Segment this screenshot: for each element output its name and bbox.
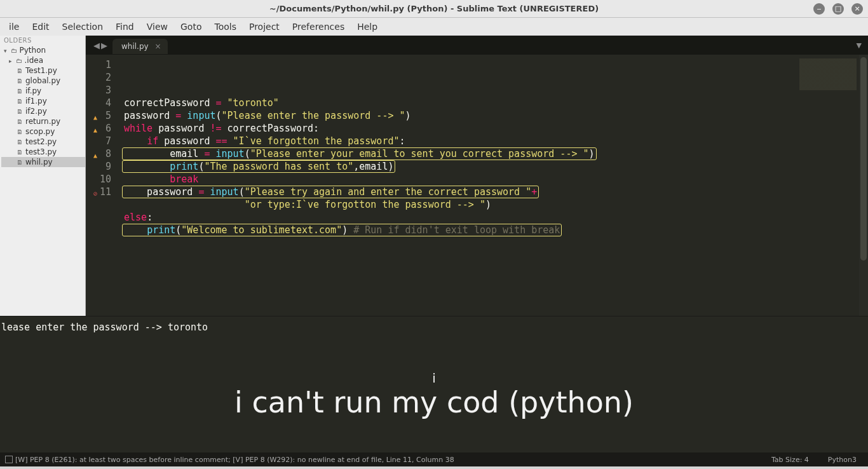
gutter-line: 3 bbox=[86, 84, 118, 97]
tree-item-label: if1.py bbox=[25, 97, 47, 105]
sidebar-file[interactable]: 🗎 scop.py bbox=[1, 126, 85, 137]
code-line[interactable]: print("Welcome to sublimetext.com") # Ru… bbox=[124, 224, 868, 236]
file-icon: 🗎 bbox=[17, 67, 23, 74]
status-bar: [W] PEP 8 (E261): at least two spaces be… bbox=[0, 452, 868, 466]
sidebar-header: OLDERS bbox=[0, 36, 85, 45]
tree-item-label: scop.py bbox=[25, 127, 55, 136]
code-line[interactable]: correctPassword = "toronto" bbox=[124, 97, 868, 109]
code-line[interactable]: break bbox=[124, 173, 868, 186]
tree-item-label: whil.py bbox=[25, 158, 53, 167]
status-left: [W] PEP 8 (E261): at least two spaces be… bbox=[5, 456, 771, 464]
status-syntax[interactable]: Python3 bbox=[828, 456, 857, 464]
code-line[interactable]: else: bbox=[124, 211, 868, 224]
overlay-text-small: i bbox=[0, 370, 868, 386]
code-line[interactable]: password = input("Please enter the passw… bbox=[124, 109, 868, 122]
gutter-line: ▲5 bbox=[86, 109, 118, 122]
lint-warning-icon: ▲ bbox=[88, 124, 97, 133]
sidebar-file[interactable]: 🗎 return.py bbox=[1, 116, 85, 126]
build-output-panel[interactable]: lease enter the password --> toronto i i… bbox=[0, 316, 868, 452]
sidebar-file[interactable]: 🗎 if1.py bbox=[1, 96, 85, 106]
close-button[interactable]: × bbox=[851, 3, 863, 15]
vertical-scrollbar[interactable] bbox=[859, 55, 868, 316]
menu-project[interactable]: Project bbox=[243, 22, 286, 32]
sidebar: OLDERS 🗀 Python🗀 .idea🗎 Test1.py🗎 global… bbox=[0, 36, 86, 316]
menu-find[interactable]: Find bbox=[109, 22, 140, 32]
overlay-text-main: i can't run my cod (python) bbox=[0, 385, 868, 419]
code-line[interactable]: while password != correctPassword: bbox=[124, 122, 868, 135]
code-editor[interactable]: correctPassword = "toronto"password = in… bbox=[118, 55, 868, 316]
console-output: lease enter the password --> toronto bbox=[0, 322, 868, 333]
editor-area: ◀ ▶ whil.py × ▼ 1234▲5▲67▲8910⊘11 correc… bbox=[86, 36, 868, 316]
code-line[interactable]: "or type:I`ve forgotton the password -->… bbox=[124, 198, 868, 211]
sidebar-file[interactable]: 🗎 test3.py bbox=[1, 147, 85, 157]
code-line[interactable]: password = input("Please try again and e… bbox=[124, 186, 868, 198]
tab-bar: ◀ ▶ whil.py × ▼ bbox=[86, 36, 868, 55]
menu-help[interactable]: Help bbox=[351, 22, 384, 32]
sidebar-file[interactable]: 🗎 whil.py bbox=[1, 157, 85, 167]
status-right: Tab Size: 4 Python3 bbox=[771, 456, 863, 464]
minimize-button[interactable]: ‒ bbox=[813, 3, 825, 15]
folder-open-icon bbox=[4, 46, 8, 55]
main-area: OLDERS 🗀 Python🗀 .idea🗎 Test1.py🗎 global… bbox=[0, 36, 868, 316]
menu-file[interactable]: ile bbox=[3, 22, 25, 32]
gutter-line: 10 bbox=[86, 173, 118, 186]
tab-label: whil.py bbox=[121, 42, 149, 51]
gutter-line: 1 bbox=[86, 58, 118, 71]
lint-warning-icon: ▲ bbox=[88, 111, 97, 120]
menu-bar: ile Edit Selection Find View Goto Tools … bbox=[0, 18, 868, 36]
menu-view[interactable]: View bbox=[140, 22, 174, 32]
tab-forward-icon[interactable]: ▶ bbox=[101, 41, 107, 50]
sidebar-file[interactable]: 🗎 if2.py bbox=[1, 106, 85, 116]
file-icon: 🗎 bbox=[17, 159, 23, 166]
file-icon: 🗎 bbox=[17, 98, 23, 105]
tabbar-menu-icon[interactable]: ▼ bbox=[857, 41, 862, 50]
code-line[interactable]: if password == "I`ve forgotton the passw… bbox=[124, 135, 868, 147]
code-line[interactable]: print("The password has sent to",email) bbox=[124, 160, 868, 173]
lint-warning-icon: ▲ bbox=[88, 149, 97, 158]
tab-active[interactable]: whil.py × bbox=[112, 39, 168, 54]
status-panel-icon[interactable] bbox=[5, 456, 13, 463]
tree-item-label: global.py bbox=[25, 76, 60, 85]
sidebar-file[interactable]: 🗎 global.py bbox=[1, 76, 85, 86]
folder-icon: 🗀 bbox=[11, 47, 17, 54]
tree-item-label: if2.py bbox=[25, 107, 47, 116]
window-title: ~/Documents/Python/whil.py (Python) - Su… bbox=[269, 4, 599, 13]
sidebar-file[interactable]: 🗎 if.py bbox=[1, 86, 85, 96]
gutter-line: ⊘11 bbox=[86, 186, 118, 198]
file-icon: 🗎 bbox=[17, 128, 23, 135]
sidebar-folder[interactable]: 🗀 .idea bbox=[1, 55, 85, 65]
folder-icon: 🗀 bbox=[16, 57, 22, 64]
window-titlebar: ~/Documents/Python/whil.py (Python) - Su… bbox=[0, 0, 868, 18]
tree-item-label: return.py bbox=[25, 117, 60, 126]
file-icon: 🗎 bbox=[17, 118, 23, 125]
menu-goto[interactable]: Goto bbox=[174, 22, 208, 32]
code-line[interactable]: email = input("Please enter your email t… bbox=[124, 147, 868, 160]
gutter-line: ▲6 bbox=[86, 122, 118, 135]
tree-item-label: if.py bbox=[25, 86, 41, 95]
tree-item-label: Test1.py bbox=[25, 66, 57, 75]
line-gutter: 1234▲5▲67▲8910⊘11 bbox=[86, 55, 118, 316]
code-container[interactable]: 1234▲5▲67▲8910⊘11 correctPassword = "tor… bbox=[86, 55, 868, 316]
tab-close-icon[interactable]: × bbox=[155, 42, 161, 51]
menu-selection[interactable]: Selection bbox=[56, 22, 110, 32]
maximize-button[interactable]: □ bbox=[832, 3, 844, 15]
tree-item-label: test3.py bbox=[25, 147, 57, 156]
tree-item-label: Python bbox=[20, 46, 46, 55]
scrollbar-thumb[interactable] bbox=[860, 57, 867, 261]
menu-preferences[interactable]: Preferences bbox=[286, 22, 351, 32]
gutter-line: ▲8 bbox=[86, 147, 118, 160]
sidebar-file[interactable]: 🗎 Test1.py bbox=[1, 65, 85, 76]
file-icon: 🗎 bbox=[17, 149, 23, 156]
tree-item-label: .idea bbox=[25, 56, 44, 65]
sidebar-folder[interactable]: 🗀 Python bbox=[1, 45, 85, 55]
file-icon: 🗎 bbox=[17, 78, 23, 85]
tab-back-icon[interactable]: ◀ bbox=[93, 41, 100, 50]
folder-closed-icon bbox=[9, 56, 13, 65]
gutter-line: 2 bbox=[86, 71, 118, 84]
sidebar-file[interactable]: 🗎 test2.py bbox=[1, 137, 85, 147]
menu-edit[interactable]: Edit bbox=[25, 22, 55, 32]
status-lint-message: [W] PEP 8 (E261): at least two spaces be… bbox=[15, 456, 454, 464]
status-tab-size[interactable]: Tab Size: 4 bbox=[771, 456, 809, 464]
minimap[interactable] bbox=[799, 58, 857, 90]
menu-tools[interactable]: Tools bbox=[208, 22, 243, 32]
